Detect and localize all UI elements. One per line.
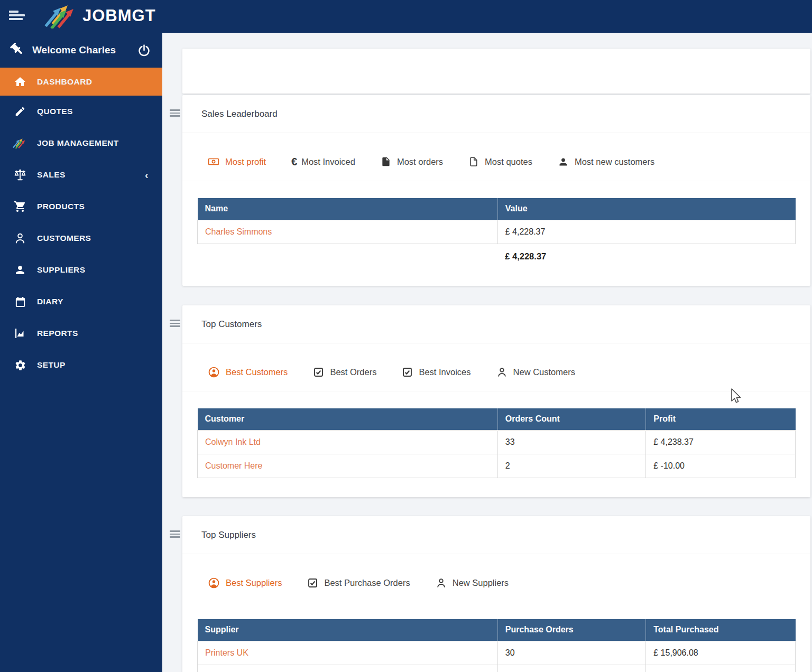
- total-value: £ 4,228.37: [197, 251, 796, 262]
- supplier-link[interactable]: Printers UK: [198, 641, 498, 665]
- sidebar-item-diary[interactable]: DIARY: [0, 286, 162, 318]
- supplier-cell: [198, 665, 498, 672]
- sidebar-item-quotes[interactable]: QUOTES: [0, 96, 162, 127]
- top-bar: JOBMGT: [0, 0, 812, 33]
- top-suppliers-tabs: Best Suppliers Best Purchase Orders New …: [182, 575, 810, 590]
- panel-title: Top Customers: [182, 305, 810, 330]
- table-header-row: Supplier Purchase Orders Total Purchased: [198, 619, 796, 641]
- tab-label: Best Suppliers: [226, 578, 282, 588]
- sidebar-item-dashboard[interactable]: DASHBOARD: [0, 68, 162, 96]
- tab-best-customers[interactable]: Best Customers: [208, 366, 288, 378]
- tab-new-customers[interactable]: New Customers: [496, 367, 575, 378]
- tab-best-orders[interactable]: Best Orders: [313, 367, 376, 378]
- customer-link[interactable]: Colwyn Ink Ltd: [198, 430, 498, 454]
- sales-leaderboard-tabs: Most profit € Most Invoiced Most orders …: [182, 154, 810, 169]
- banknote-icon: [208, 156, 219, 167]
- sidebar-item-label: JOB MANAGEMENT: [37, 138, 119, 148]
- sidebar-item-label: CUSTOMERS: [37, 234, 91, 243]
- tab-most-new-customers[interactable]: Most new customers: [558, 156, 654, 167]
- column-header-purchase-orders[interactable]: Purchase Orders: [497, 619, 645, 641]
- drag-handle-icon[interactable]: [170, 320, 180, 329]
- sidebar-item-label: SETUP: [37, 360, 66, 370]
- cart-icon: [13, 200, 27, 213]
- customer-link[interactable]: Customer Here: [198, 454, 498, 478]
- column-header-total-purchased[interactable]: Total Purchased: [646, 619, 796, 641]
- tab-most-profit[interactable]: Most profit: [208, 156, 266, 167]
- sidebar-item-products[interactable]: PRODUCTS: [0, 191, 162, 222]
- table-row: Colwyn Ink Ltd 33 £ 4,238.37: [198, 430, 796, 454]
- home-icon: [13, 76, 27, 88]
- checkbox-check-icon: [402, 367, 413, 378]
- tab-label: Best Orders: [330, 367, 376, 377]
- orders-count-cell: 2: [497, 454, 645, 478]
- tab-most-invoiced[interactable]: € Most Invoiced: [291, 156, 355, 168]
- tab-label: Best Invoices: [419, 367, 470, 377]
- drag-handle-icon[interactable]: [170, 530, 180, 539]
- logo-text: JOBMGT: [82, 6, 156, 25]
- sidebar-item-label: DASHBOARD: [37, 77, 92, 87]
- column-header-customer[interactable]: Customer: [198, 408, 498, 430]
- table-row: Charles Simmons £ 4,228.37: [198, 220, 796, 244]
- tab-label: New Customers: [513, 367, 575, 377]
- sidebar-item-suppliers[interactable]: SUPPLIERS: [0, 254, 162, 286]
- chart-area-icon: [13, 327, 27, 340]
- purchase-orders-cell: 30: [497, 641, 645, 665]
- top-suppliers-table: Supplier Purchase Orders Total Purchased…: [197, 619, 796, 672]
- tab-best-purchase-orders[interactable]: Best Purchase Orders: [307, 577, 410, 589]
- empty-top-card: [182, 49, 810, 94]
- total-purchased-cell: £ 15,906.08: [646, 641, 796, 665]
- tab-label: Most profit: [225, 157, 266, 167]
- top-suppliers-panel: Top Suppliers Best Suppliers Best Purcha…: [182, 516, 810, 672]
- sidebar-item-label: QUOTES: [37, 107, 73, 116]
- top-customers-panel: Top Customers Best Customers Best Orders: [182, 305, 810, 497]
- panel-title: Sales Leaderboard: [182, 95, 810, 119]
- column-header-profit[interactable]: Profit: [646, 408, 796, 430]
- sidebar-item-job-management[interactable]: JOB MANAGEMENT: [0, 127, 162, 159]
- top-customers-tabs: Best Customers Best Orders Best Invoices…: [182, 365, 810, 379]
- panel-title: Top Suppliers: [182, 516, 810, 540]
- tab-new-suppliers[interactable]: New Suppliers: [436, 577, 509, 589]
- sidebar-item-customers[interactable]: CUSTOMERS: [0, 222, 162, 254]
- scales-icon: [13, 168, 27, 182]
- tab-label: Most quotes: [485, 157, 532, 167]
- tab-label: New Suppliers: [453, 578, 509, 588]
- table-header-row: Name Value: [198, 198, 796, 220]
- tab-label: Best Purchase Orders: [324, 578, 410, 588]
- column-header-name[interactable]: Name: [198, 198, 498, 220]
- job-arrows-icon: [13, 137, 27, 150]
- tab-label: Most new customers: [575, 157, 654, 167]
- sidebar-item-setup[interactable]: SETUP: [0, 349, 162, 381]
- profit-cell: £ 4,238.37: [646, 430, 796, 454]
- tab-most-quotes[interactable]: Most quotes: [468, 156, 532, 167]
- divider: [182, 133, 810, 133]
- divider: [182, 181, 810, 181]
- person-circle-icon: [208, 577, 220, 589]
- person-circle-icon: [208, 366, 220, 378]
- column-header-orders-count[interactable]: Orders Count: [497, 408, 645, 430]
- drag-handle-icon[interactable]: [170, 109, 180, 118]
- tab-best-suppliers[interactable]: Best Suppliers: [208, 577, 282, 589]
- sidebar-item-label: DIARY: [37, 297, 63, 306]
- tab-most-orders[interactable]: Most orders: [381, 156, 443, 167]
- orders-count-cell: 33: [497, 430, 645, 454]
- table-row: Customer Here 2 £ -10.00: [198, 454, 796, 478]
- value-cell: £ 4,228.37: [497, 220, 795, 244]
- logout-power-icon[interactable]: [137, 44, 151, 57]
- sidebar-item-label: SALES: [37, 170, 66, 180]
- column-header-supplier[interactable]: Supplier: [198, 619, 498, 641]
- tab-label: Best Customers: [226, 367, 288, 377]
- sidebar-item-sales[interactable]: SALES ‹: [0, 159, 162, 191]
- sidebar-item-label: SUPPLIERS: [37, 265, 85, 275]
- tab-best-invoices[interactable]: Best Invoices: [402, 367, 470, 378]
- menu-toggle-icon[interactable]: [9, 11, 26, 22]
- main-content: Sales Leaderboard Most profit € Most Inv…: [162, 33, 812, 672]
- table-row: [198, 665, 796, 672]
- chevron-left-icon[interactable]: ‹: [145, 169, 149, 181]
- salesperson-link[interactable]: Charles Simmons: [198, 220, 498, 244]
- person-outline-icon: [436, 577, 447, 589]
- sidebar: Welcome Charles DASHBOARD QUOTES: [0, 33, 162, 672]
- sidebar-item-reports[interactable]: REPORTS: [0, 318, 162, 349]
- logo-arrows-icon: [44, 3, 79, 29]
- column-header-value[interactable]: Value: [497, 198, 795, 220]
- sidebar-item-label: PRODUCTS: [37, 202, 85, 211]
